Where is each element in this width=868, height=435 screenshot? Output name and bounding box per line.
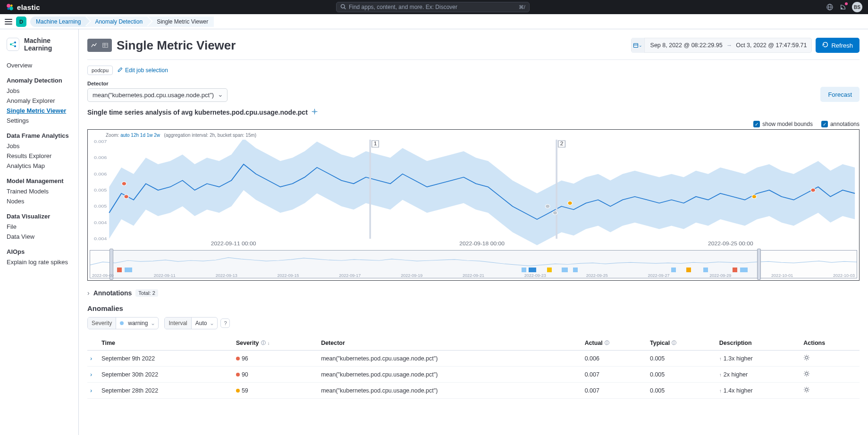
swimlane-block[interactable]: [117, 268, 122, 272]
forecast-button[interactable]: Forecast: [820, 87, 860, 102]
svg-point-2: [10, 4, 13, 7]
help-icon[interactable]: [826, 3, 834, 11]
page-title: Single Metric Viewer: [117, 38, 236, 53]
swimlane-block[interactable]: [522, 268, 526, 272]
sidebar-item[interactable]: File: [7, 222, 78, 232]
nav-toggle-icon[interactable]: [5, 18, 12, 25]
sidebar-item[interactable]: Jobs: [7, 141, 78, 151]
table-header[interactable]: Description: [716, 336, 801, 351]
date-range-picker[interactable]: ⌄ Sep 8, 2022 @ 08:22:29.95 → Oct 3, 202…: [631, 38, 812, 53]
edit-job-selection-link[interactable]: Edit job selection: [118, 67, 168, 74]
main-content: Single Metric Viewer ⌄ Sep 8, 2022 @ 08:…: [79, 29, 868, 435]
cell-actual: 0.006: [582, 351, 647, 367]
view-mode-toggle[interactable]: [87, 39, 112, 52]
cell-typical: 0.005: [647, 367, 716, 383]
swimlane-block[interactable]: [740, 268, 748, 272]
brand[interactable]: elastic: [6, 3, 40, 11]
svg-point-43: [752, 195, 757, 199]
zoom-option[interactable]: 2w: [153, 133, 160, 138]
cell-description: ↑1.3x higher: [716, 351, 801, 367]
svg-text:0.004: 0.004: [94, 236, 107, 241]
toggle-model-bounds[interactable]: ✓show model bounds: [753, 121, 813, 127]
annotations-count-badge: Total: 2: [135, 289, 158, 297]
context-chart[interactable]: 2022-09-092022-09-112022-09-132022-09-15…: [90, 250, 857, 278]
sidebar-item[interactable]: Data View: [7, 232, 78, 242]
user-avatar[interactable]: BS: [852, 2, 862, 12]
sidebar-item[interactable]: Nodes: [7, 196, 78, 206]
swimlane-block[interactable]: [671, 268, 676, 272]
nav-section-title: Model Management: [7, 177, 78, 184]
zoom-option[interactable]: 12h: [130, 133, 139, 138]
svg-text:1: 1: [374, 141, 377, 146]
row-actions[interactable]: [801, 351, 860, 367]
sidebar-item[interactable]: Anomaly Explorer: [7, 96, 78, 106]
zoom-option[interactable]: auto: [120, 133, 129, 138]
sidebar-item[interactable]: Analytics Map: [7, 161, 78, 171]
breadcrumb-item[interactable]: Anomaly Detection: [86, 17, 148, 27]
sidebar-item[interactable]: Trained Models: [7, 186, 78, 196]
info-icon[interactable]: ?: [220, 318, 230, 328]
swimlane-block[interactable]: [529, 268, 536, 272]
sidebar-item[interactable]: Single Metric Viewer: [7, 106, 78, 116]
chart-view-icon[interactable]: [89, 40, 99, 50]
table-header[interactable]: Actual ⓘ: [582, 336, 647, 351]
table-row: › September 28th 2022 59 mean("kubernete…: [87, 383, 860, 399]
sidebar-item[interactable]: Results Explorer: [7, 151, 78, 161]
fullscreen-icon[interactable]: [312, 109, 318, 116]
table-header[interactable]: Time: [99, 336, 233, 351]
svg-point-41: [553, 211, 557, 215]
zoom-option[interactable]: 1d: [139, 133, 145, 138]
swimlane-block[interactable]: [125, 268, 132, 272]
table-header[interactable]: Severity ⓘ ↓: [233, 336, 318, 351]
table-header[interactable]: Typical ⓘ: [647, 336, 716, 351]
toggle-annotations[interactable]: ✓annotations: [821, 121, 860, 127]
ml-app-icon: [7, 38, 19, 51]
svg-point-51: [806, 388, 808, 391]
calendar-icon[interactable]: ⌄: [632, 38, 645, 53]
expand-row-icon[interactable]: ›: [87, 351, 99, 367]
detector-select[interactable]: mean("kubernetes.pod.cpu.usage.node.pct"…: [87, 88, 228, 102]
row-actions[interactable]: [801, 367, 860, 383]
swimlane-block[interactable]: [733, 268, 737, 272]
sidebar-item[interactable]: Overview: [7, 60, 78, 70]
sidebar-item[interactable]: Jobs: [7, 86, 78, 96]
space-badge[interactable]: D: [16, 17, 26, 27]
swimlane-block[interactable]: [547, 268, 552, 272]
zoom-option[interactable]: 1w: [145, 133, 153, 138]
svg-point-9: [842, 8, 843, 9]
elastic-logo-icon: [6, 3, 14, 11]
annotations-accordion[interactable]: › Annotations Total: 2: [87, 289, 860, 297]
detector-label: Detector: [87, 81, 228, 86]
job-chip[interactable]: podcpu: [87, 66, 113, 75]
cell-description: ↑1.4x higher: [716, 383, 801, 399]
expand-row-icon[interactable]: ›: [87, 383, 99, 399]
table-header[interactable]: Detector: [318, 336, 582, 351]
timeseries-chart[interactable]: Zoom: auto 12h 1d 1w 2w (aggregation int…: [87, 129, 860, 281]
global-search[interactable]: Find apps, content, and more. Ex: Discov…: [336, 2, 530, 12]
newsfeed-icon[interactable]: [839, 3, 847, 11]
sidebar-item[interactable]: Settings: [7, 116, 78, 125]
table-view-icon[interactable]: [100, 40, 110, 50]
swimlane-block[interactable]: [703, 268, 708, 272]
swimlane-block[interactable]: [562, 268, 568, 272]
breadcrumb-item[interactable]: Machine Learning: [30, 17, 86, 27]
row-actions[interactable]: [801, 383, 860, 399]
svg-point-1: [9, 7, 13, 10]
swimlane-block[interactable]: [573, 268, 578, 272]
svg-point-20: [314, 111, 315, 112]
svg-point-39: [124, 195, 129, 199]
nav-section-title: Data Frame Analytics: [7, 132, 78, 139]
svg-text:0.004: 0.004: [94, 220, 107, 225]
expand-row-icon[interactable]: ›: [87, 367, 99, 383]
search-shortcut: ⌘/: [519, 4, 525, 10]
cell-typical: 0.005: [647, 383, 716, 399]
interval-filter[interactable]: Interval Auto: [164, 317, 218, 329]
table-header[interactable]: Actions: [801, 336, 860, 351]
refresh-button[interactable]: Refresh: [816, 38, 860, 53]
severity-filter[interactable]: Severity warning: [87, 317, 159, 329]
cell-detector: mean("kubernetes.pod.cpu.usage.node.pct"…: [318, 351, 582, 367]
sidebar-item[interactable]: Explain log rate spikes: [7, 257, 78, 267]
swimlane-block[interactable]: [686, 268, 691, 272]
svg-text:2: 2: [560, 141, 564, 146]
svg-point-44: [811, 188, 816, 192]
